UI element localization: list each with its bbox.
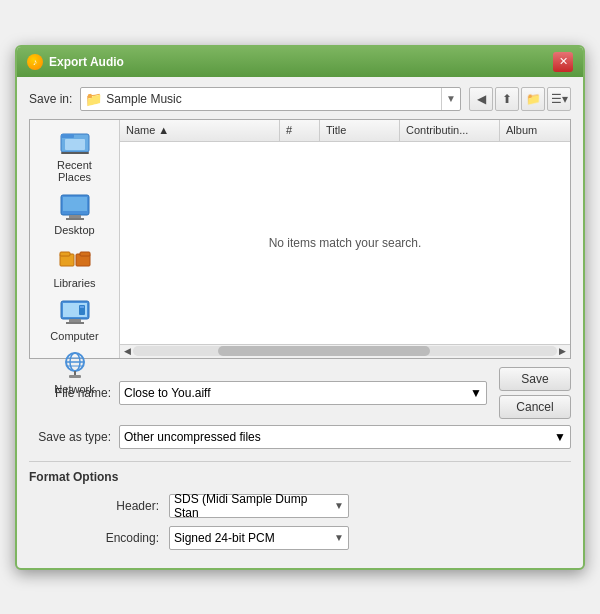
svg-rect-11 <box>80 252 90 256</box>
file-list: Name ▲ # Title Contributin... Album <box>120 120 570 358</box>
view-button[interactable]: ☰▾ <box>547 87 571 111</box>
main-area: Recent Places Desktop <box>29 119 571 359</box>
header-row: Header: SDS (Midi Sample Dump Stan ▼ <box>29 494 571 518</box>
header-dropdown[interactable]: SDS (Midi Sample Dump Stan ▼ <box>169 494 349 518</box>
folder-dropdown[interactable]: 📁 Sample Music ▼ <box>80 87 461 111</box>
sidebar-label-recent: Recent Places <box>40 159 110 183</box>
scroll-thumb[interactable] <box>218 346 430 356</box>
new-folder-button[interactable]: 📁 <box>521 87 545 111</box>
file-list-header: Name ▲ # Title Contributin... Album <box>120 120 570 142</box>
col-album: Album <box>500 120 570 141</box>
file-name-dropdown[interactable]: Close to You.aiff ▼ <box>119 381 487 405</box>
format-options-label: Format Options <box>29 470 571 484</box>
action-buttons: Save Cancel <box>499 367 571 419</box>
title-bar: ♪ Export Audio ✕ <box>17 47 583 77</box>
libraries-icon <box>59 246 91 274</box>
scroll-right-icon[interactable]: ▶ <box>557 346 568 356</box>
up-button[interactable]: ⬆ <box>495 87 519 111</box>
svg-rect-5 <box>63 197 87 211</box>
sidebar-item-computer[interactable]: Computer <box>34 295 116 346</box>
dropdown-arrow-icon: ▼ <box>441 88 456 110</box>
encoding-dropdown[interactable]: Signed 24-bit PCM ▼ <box>169 526 349 550</box>
svg-rect-1 <box>61 134 74 138</box>
close-button[interactable]: ✕ <box>553 52 573 72</box>
sidebar: Recent Places Desktop <box>30 120 120 358</box>
format-options-section: Format Options Header: SDS (Midi Sample … <box>29 461 571 550</box>
save-in-label: Save in: <box>29 92 72 106</box>
sidebar-label-computer: Computer <box>50 330 98 342</box>
encoding-dropdown-arrow-icon: ▼ <box>334 532 344 543</box>
svg-rect-2 <box>65 139 85 150</box>
sidebar-item-recent-places[interactable]: Recent Places <box>34 124 116 187</box>
computer-icon <box>59 299 91 327</box>
col-name: Name ▲ <box>120 120 280 141</box>
scroll-left-icon[interactable]: ◀ <box>122 346 133 356</box>
encoding-row: Encoding: Signed 24-bit PCM ▼ <box>29 526 571 550</box>
sidebar-item-desktop[interactable]: Desktop <box>34 189 116 240</box>
scroll-track[interactable] <box>133 346 557 356</box>
svg-rect-6 <box>69 215 81 218</box>
title-bar-left: ♪ Export Audio <box>27 54 124 70</box>
save-as-type-label: Save as type: <box>29 430 119 444</box>
save-as-type-dropdown[interactable]: Other uncompressed files ▼ <box>119 425 571 449</box>
toolbar-icons: ◀ ⬆ 📁 ☰▾ <box>469 87 571 111</box>
header-dropdown-arrow-icon: ▼ <box>334 500 344 511</box>
file-name-input-area: Close to You.aiff ▼ Save Cancel <box>119 367 571 419</box>
save-button[interactable]: Save <box>499 367 571 391</box>
svg-rect-17 <box>80 306 84 308</box>
sidebar-label-libraries: Libraries <box>53 277 95 289</box>
col-contributing: Contributin... <box>400 120 500 141</box>
back-button[interactable]: ◀ <box>469 87 493 111</box>
cancel-button[interactable]: Cancel <box>499 395 571 419</box>
dialog-title: Export Audio <box>49 55 124 69</box>
form-rows: File name: Close to You.aiff ▼ Save Canc… <box>29 359 571 457</box>
desktop-icon <box>59 193 91 221</box>
svg-rect-7 <box>66 218 84 220</box>
col-title: Title <box>320 120 400 141</box>
app-icon: ♪ <box>27 54 43 70</box>
dropdown-arrow-icon: ▼ <box>470 386 482 400</box>
empty-message: No items match your search. <box>269 236 422 250</box>
svg-rect-14 <box>69 319 81 322</box>
svg-rect-9 <box>60 252 70 256</box>
col-number: # <box>280 120 320 141</box>
save-as-type-row: Save as type: Other uncompressed files ▼ <box>29 425 571 449</box>
save-in-row: Save in: 📁 Sample Music ▼ ◀ ⬆ 📁 ☰▾ <box>29 87 571 111</box>
sidebar-item-libraries[interactable]: Libraries <box>34 242 116 293</box>
sidebar-label-desktop: Desktop <box>54 224 94 236</box>
header-label: Header: <box>89 499 169 513</box>
file-list-body: No items match your search. <box>120 142 570 344</box>
horizontal-scrollbar[interactable]: ◀ ▶ <box>120 344 570 358</box>
dropdown-arrow-icon: ▼ <box>554 430 566 444</box>
encoding-label: Encoding: <box>89 531 169 545</box>
dialog-body: Save in: 📁 Sample Music ▼ ◀ ⬆ 📁 ☰▾ <box>17 77 583 568</box>
file-name-row: File name: Close to You.aiff ▼ Save Canc… <box>29 367 571 419</box>
svg-rect-15 <box>66 322 84 324</box>
recent-places-icon <box>59 128 91 156</box>
file-name-label: File name: <box>29 386 119 400</box>
export-audio-dialog: ♪ Export Audio ✕ Save in: 📁 Sample Music… <box>15 45 585 570</box>
svg-rect-3 <box>61 152 89 154</box>
save-as-type-input-area: Other uncompressed files ▼ <box>119 425 571 449</box>
folder-icon: 📁 <box>85 91 102 107</box>
folder-name: Sample Music <box>106 92 437 106</box>
